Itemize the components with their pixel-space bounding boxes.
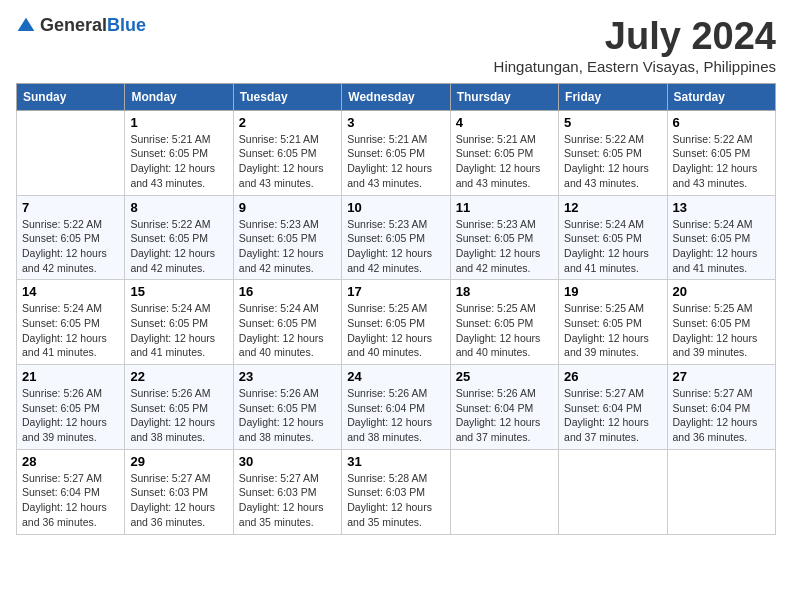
cell-daylight-info: Sunrise: 5:24 AM Sunset: 6:05 PM Dayligh… [564, 217, 661, 276]
main-title: July 2024 [494, 16, 776, 58]
cell-daylight-info: Sunrise: 5:22 AM Sunset: 6:05 PM Dayligh… [564, 132, 661, 191]
date-number: 29 [130, 454, 227, 469]
date-number: 20 [673, 284, 770, 299]
date-number: 4 [456, 115, 553, 130]
calendar-cell: 19Sunrise: 5:25 AM Sunset: 6:05 PM Dayli… [559, 280, 667, 365]
cell-daylight-info: Sunrise: 5:27 AM Sunset: 6:03 PM Dayligh… [130, 471, 227, 530]
cell-daylight-info: Sunrise: 5:23 AM Sunset: 6:05 PM Dayligh… [456, 217, 553, 276]
date-number: 12 [564, 200, 661, 215]
calendar-cell: 26Sunrise: 5:27 AM Sunset: 6:04 PM Dayli… [559, 365, 667, 450]
cell-daylight-info: Sunrise: 5:21 AM Sunset: 6:05 PM Dayligh… [347, 132, 444, 191]
calendar-cell: 29Sunrise: 5:27 AM Sunset: 6:03 PM Dayli… [125, 449, 233, 534]
date-number: 19 [564, 284, 661, 299]
date-number: 27 [673, 369, 770, 384]
calendar-cell: 2Sunrise: 5:21 AM Sunset: 6:05 PM Daylig… [233, 110, 341, 195]
cell-daylight-info: Sunrise: 5:26 AM Sunset: 6:04 PM Dayligh… [456, 386, 553, 445]
date-number: 6 [673, 115, 770, 130]
cell-daylight-info: Sunrise: 5:24 AM Sunset: 6:05 PM Dayligh… [22, 301, 119, 360]
calendar-cell: 18Sunrise: 5:25 AM Sunset: 6:05 PM Dayli… [450, 280, 558, 365]
logo: GeneralBlue [16, 16, 146, 36]
calendar-cell: 22Sunrise: 5:26 AM Sunset: 6:05 PM Dayli… [125, 365, 233, 450]
date-number: 18 [456, 284, 553, 299]
date-number: 11 [456, 200, 553, 215]
calendar-cell: 6Sunrise: 5:22 AM Sunset: 6:05 PM Daylig… [667, 110, 775, 195]
calendar-header-monday: Monday [125, 83, 233, 110]
date-number: 31 [347, 454, 444, 469]
calendar-header-row: SundayMondayTuesdayWednesdayThursdayFrid… [17, 83, 776, 110]
calendar-cell: 16Sunrise: 5:24 AM Sunset: 6:05 PM Dayli… [233, 280, 341, 365]
calendar-cell [559, 449, 667, 534]
calendar-cell: 30Sunrise: 5:27 AM Sunset: 6:03 PM Dayli… [233, 449, 341, 534]
calendar-header-wednesday: Wednesday [342, 83, 450, 110]
calendar-cell: 5Sunrise: 5:22 AM Sunset: 6:05 PM Daylig… [559, 110, 667, 195]
cell-daylight-info: Sunrise: 5:27 AM Sunset: 6:04 PM Dayligh… [673, 386, 770, 445]
cell-daylight-info: Sunrise: 5:22 AM Sunset: 6:05 PM Dayligh… [130, 217, 227, 276]
cell-daylight-info: Sunrise: 5:25 AM Sunset: 6:05 PM Dayligh… [564, 301, 661, 360]
calendar-week-4: 21Sunrise: 5:26 AM Sunset: 6:05 PM Dayli… [17, 365, 776, 450]
cell-daylight-info: Sunrise: 5:21 AM Sunset: 6:05 PM Dayligh… [130, 132, 227, 191]
cell-daylight-info: Sunrise: 5:24 AM Sunset: 6:05 PM Dayligh… [673, 217, 770, 276]
cell-daylight-info: Sunrise: 5:25 AM Sunset: 6:05 PM Dayligh… [673, 301, 770, 360]
cell-daylight-info: Sunrise: 5:22 AM Sunset: 6:05 PM Dayligh… [673, 132, 770, 191]
date-number: 17 [347, 284, 444, 299]
date-number: 10 [347, 200, 444, 215]
page-header: GeneralBlue July 2024 Hingatungan, Easte… [16, 16, 776, 75]
cell-daylight-info: Sunrise: 5:26 AM Sunset: 6:05 PM Dayligh… [130, 386, 227, 445]
date-number: 2 [239, 115, 336, 130]
calendar-cell: 1Sunrise: 5:21 AM Sunset: 6:05 PM Daylig… [125, 110, 233, 195]
date-number: 25 [456, 369, 553, 384]
cell-daylight-info: Sunrise: 5:27 AM Sunset: 6:04 PM Dayligh… [564, 386, 661, 445]
logo-blue: Blue [107, 15, 146, 35]
calendar-cell: 23Sunrise: 5:26 AM Sunset: 6:05 PM Dayli… [233, 365, 341, 450]
calendar-cell: 14Sunrise: 5:24 AM Sunset: 6:05 PM Dayli… [17, 280, 125, 365]
subtitle: Hingatungan, Eastern Visayas, Philippine… [494, 58, 776, 75]
date-number: 16 [239, 284, 336, 299]
calendar-cell: 3Sunrise: 5:21 AM Sunset: 6:05 PM Daylig… [342, 110, 450, 195]
calendar-header-saturday: Saturday [667, 83, 775, 110]
cell-daylight-info: Sunrise: 5:26 AM Sunset: 6:04 PM Dayligh… [347, 386, 444, 445]
calendar-cell: 20Sunrise: 5:25 AM Sunset: 6:05 PM Dayli… [667, 280, 775, 365]
date-number: 26 [564, 369, 661, 384]
calendar-cell: 10Sunrise: 5:23 AM Sunset: 6:05 PM Dayli… [342, 195, 450, 280]
date-number: 15 [130, 284, 227, 299]
calendar-cell [450, 449, 558, 534]
cell-daylight-info: Sunrise: 5:24 AM Sunset: 6:05 PM Dayligh… [130, 301, 227, 360]
calendar-week-3: 14Sunrise: 5:24 AM Sunset: 6:05 PM Dayli… [17, 280, 776, 365]
calendar-cell: 31Sunrise: 5:28 AM Sunset: 6:03 PM Dayli… [342, 449, 450, 534]
calendar-cell: 9Sunrise: 5:23 AM Sunset: 6:05 PM Daylig… [233, 195, 341, 280]
date-number: 14 [22, 284, 119, 299]
calendar-cell: 8Sunrise: 5:22 AM Sunset: 6:05 PM Daylig… [125, 195, 233, 280]
cell-daylight-info: Sunrise: 5:23 AM Sunset: 6:05 PM Dayligh… [239, 217, 336, 276]
calendar-header-thursday: Thursday [450, 83, 558, 110]
date-number: 23 [239, 369, 336, 384]
date-number: 30 [239, 454, 336, 469]
calendar-week-1: 1Sunrise: 5:21 AM Sunset: 6:05 PM Daylig… [17, 110, 776, 195]
cell-daylight-info: Sunrise: 5:24 AM Sunset: 6:05 PM Dayligh… [239, 301, 336, 360]
cell-daylight-info: Sunrise: 5:21 AM Sunset: 6:05 PM Dayligh… [456, 132, 553, 191]
calendar-header-tuesday: Tuesday [233, 83, 341, 110]
calendar-header-sunday: Sunday [17, 83, 125, 110]
calendar-cell [17, 110, 125, 195]
date-number: 1 [130, 115, 227, 130]
cell-daylight-info: Sunrise: 5:28 AM Sunset: 6:03 PM Dayligh… [347, 471, 444, 530]
date-number: 5 [564, 115, 661, 130]
calendar-cell: 4Sunrise: 5:21 AM Sunset: 6:05 PM Daylig… [450, 110, 558, 195]
cell-daylight-info: Sunrise: 5:22 AM Sunset: 6:05 PM Dayligh… [22, 217, 119, 276]
date-number: 28 [22, 454, 119, 469]
calendar-cell: 11Sunrise: 5:23 AM Sunset: 6:05 PM Dayli… [450, 195, 558, 280]
calendar-cell [667, 449, 775, 534]
calendar-cell: 21Sunrise: 5:26 AM Sunset: 6:05 PM Dayli… [17, 365, 125, 450]
date-number: 9 [239, 200, 336, 215]
calendar-header-friday: Friday [559, 83, 667, 110]
cell-daylight-info: Sunrise: 5:23 AM Sunset: 6:05 PM Dayligh… [347, 217, 444, 276]
calendar-cell: 28Sunrise: 5:27 AM Sunset: 6:04 PM Dayli… [17, 449, 125, 534]
logo-general: General [40, 15, 107, 35]
date-number: 7 [22, 200, 119, 215]
cell-daylight-info: Sunrise: 5:25 AM Sunset: 6:05 PM Dayligh… [347, 301, 444, 360]
svg-marker-0 [18, 18, 35, 31]
date-number: 8 [130, 200, 227, 215]
date-number: 3 [347, 115, 444, 130]
calendar-week-2: 7Sunrise: 5:22 AM Sunset: 6:05 PM Daylig… [17, 195, 776, 280]
cell-daylight-info: Sunrise: 5:27 AM Sunset: 6:04 PM Dayligh… [22, 471, 119, 530]
calendar-cell: 12Sunrise: 5:24 AM Sunset: 6:05 PM Dayli… [559, 195, 667, 280]
